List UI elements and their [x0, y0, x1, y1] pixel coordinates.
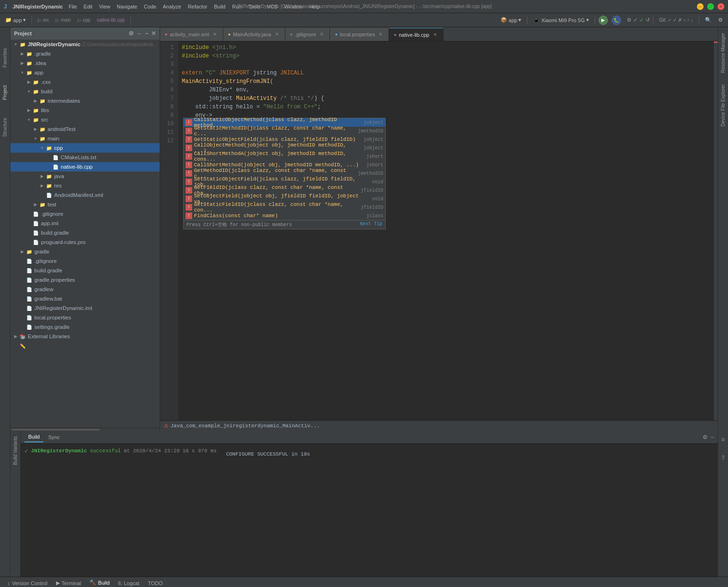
settings-button[interactable]: ⚙	[716, 16, 725, 24]
device-selector[interactable]: 📱 Xiaomi Mi9 Pro 5G ▾	[531, 16, 591, 24]
menu-build[interactable]: Build	[214, 4, 225, 9]
left-tab-favorites[interactable]: Favorites	[2, 46, 8, 69]
ac-method-label: GetStaticFieldID(jclass clazz, const cha…	[194, 202, 359, 213]
list-item[interactable]: ▶ 📁 .cxx	[10, 77, 160, 87]
sync-tab[interactable]: Sync	[44, 432, 63, 442]
list-item[interactable]: 📄 gradlew	[10, 285, 160, 294]
tab-close-4[interactable]: ✕	[377, 31, 384, 38]
list-item[interactable]: ▶ 📚 External Libraries	[10, 332, 160, 341]
menu-file[interactable]: File	[69, 4, 77, 9]
search-everywhere[interactable]: 🔍	[703, 16, 714, 24]
bottom-close-icon[interactable]: −	[711, 434, 714, 440]
tab-native-lib[interactable]: ● native-lib.cpp ✕	[389, 28, 443, 41]
panel-hide-icon[interactable]: ✕	[151, 30, 156, 37]
list-item[interactable]: ▶ 📁 java	[10, 171, 160, 181]
toolbar-icon-4[interactable]: ↺	[646, 17, 650, 23]
list-item[interactable]: 📄 proguard-rules.pro	[10, 237, 160, 247]
right-tab-resource[interactable]: Resource Manager	[720, 31, 726, 75]
list-item[interactable]: 📄 build.gradle	[10, 228, 160, 237]
list-item[interactable]: 📄 gradle.properties	[10, 275, 160, 285]
list-item[interactable]: 📄 CMakeLists.txt	[10, 153, 160, 162]
run-button[interactable]: ▶	[599, 16, 608, 25]
list-item[interactable]: ▶ 📁 test	[10, 200, 160, 209]
tab-gitignore[interactable]: ● .gitignore ✕	[285, 28, 331, 41]
list-item[interactable]: ▾ 📁 src	[10, 115, 160, 124]
panel-close-icon[interactable]: −	[145, 30, 148, 37]
build-duration: 18 s 978 ms	[183, 448, 217, 454]
configure-success-message: CONFIGURE SUCCESSFUL in 18s	[226, 449, 712, 459]
list-item[interactable]: 📄 gradlew.bat	[10, 294, 160, 303]
debug-button[interactable]: 🐛	[612, 16, 621, 25]
tab-close-3[interactable]: ✕	[318, 31, 325, 38]
list-item[interactable]: 📄 local.properties	[10, 313, 160, 322]
autocomplete-item[interactable]: ! GetStaticFieldID(jclass clazz, const c…	[184, 203, 385, 212]
tab-local-properties[interactable]: ● local.properties ✕	[330, 28, 389, 41]
tab-mainactivity[interactable]: ● MainActivity.java ✕	[223, 28, 285, 41]
list-item[interactable]: ▶ 📁 res	[10, 181, 160, 190]
list-item[interactable]: ▾ 📁 app	[10, 68, 160, 77]
right-tab-device[interactable]: Device File Explorer	[720, 82, 726, 128]
list-item[interactable]: ▾ 📁 build	[10, 87, 160, 96]
toolbar-icon-2[interactable]: ✓	[633, 17, 638, 23]
list-item[interactable]: 📄 build.gradle	[10, 266, 160, 275]
menu-navigate[interactable]: Navigate	[117, 4, 137, 9]
app-config[interactable]: 📦 app ▾	[498, 16, 524, 24]
autocomplete-item[interactable]: ! CallShortMethodA(jobject obj, jmethodI…	[184, 152, 385, 161]
ac-next-tip[interactable]: Next Tip	[360, 221, 382, 228]
project-selector[interactable]: 📁 app ▾	[3, 16, 28, 24]
list-item[interactable]: ▶ 📁 libs	[10, 106, 160, 115]
close-button[interactable]: ✕	[718, 3, 724, 10]
list-item[interactable]: 📄 settings.gradle	[10, 322, 160, 332]
menu-view[interactable]: View	[99, 4, 110, 9]
menu-analyze[interactable]: Analyze	[163, 4, 181, 9]
list-item[interactable]: 📄 app.iml	[10, 219, 160, 228]
tab-close-5[interactable]: ✕	[432, 32, 438, 38]
tree-root[interactable]: ▾ 📁 JNIRegisterDynamic C:\Users\asura\so…	[10, 40, 160, 49]
build-tab[interactable]: Build	[24, 432, 43, 442]
tab-close-2[interactable]: ✕	[274, 31, 280, 38]
list-item[interactable]: ▶ 📁 .idea	[10, 58, 160, 68]
list-item[interactable]: ▶ 📁 androidTest	[10, 124, 160, 134]
panel-expand-icon[interactable]: ↔	[137, 30, 142, 37]
list-item[interactable]: ▶ 📁 intermediates	[10, 96, 160, 106]
maximize-button[interactable]: □	[707, 3, 714, 10]
build-bottom-tab[interactable]: 🔨 Build	[86, 578, 113, 587]
left-tab-structure[interactable]: Structure	[2, 116, 8, 139]
panel-settings-icon[interactable]: ⚙	[129, 30, 134, 37]
autocomplete-item[interactable]: ! FindClass(const char* name) jclass	[184, 212, 385, 220]
tab-close-1[interactable]: ✕	[211, 31, 218, 38]
terminal-tab[interactable]: ▶ Terminal	[52, 578, 85, 587]
menu-code[interactable]: Code	[144, 4, 156, 9]
toolbar-icon-3[interactable]: ✓	[639, 17, 644, 23]
menu-edit[interactable]: Edit	[83, 4, 92, 9]
list-item[interactable]: 📄 .gitignore	[10, 209, 160, 219]
left-tab-project[interactable]: Project	[2, 83, 8, 102]
list-item[interactable]: ▶ 📁 gradle	[10, 247, 160, 256]
minimize-button[interactable]: ─	[697, 3, 704, 10]
build-variants-tab[interactable]: Build Variants	[13, 434, 18, 467]
list-item[interactable]: 📄 .gitignore	[10, 256, 160, 266]
list-item[interactable]: 📄 AndroidManifest.xml	[10, 190, 160, 200]
list-item[interactable]: ▾ 📁 cpp	[10, 143, 160, 153]
version-control-tab[interactable]: ↕ Version Control	[4, 578, 51, 587]
list-item[interactable]: 📄 JNIRegisterDynamic.iml	[10, 303, 160, 313]
build-tab-label: Build	[28, 434, 40, 440]
menu-refactor[interactable]: Refactor	[188, 4, 208, 9]
list-item[interactable]: 📄 native-lib.cpp	[10, 162, 160, 171]
project-panel-header: Project ⚙ ↔ − ✕	[10, 27, 160, 40]
scratches-and-consoles[interactable]: ✏️	[10, 341, 160, 351]
bottom-settings-icon[interactable]: ⚙	[703, 434, 708, 440]
gradle-folder-icon: 📁	[25, 50, 33, 57]
ac-error-icon: !	[186, 153, 192, 160]
bottom-right-icon-1[interactable]: ≡	[721, 434, 725, 445]
tab-activity-main[interactable]: ● activity_main.xml ✕	[160, 28, 223, 41]
list-item[interactable]: ▶ 📁 .gradle	[10, 49, 160, 58]
toolbar-icon-1[interactable]: ⚙	[627, 17, 631, 23]
code-content[interactable]: #include <jni.h> #include <string> exter…	[178, 41, 718, 420]
bottom-right-icon-2[interactable]: ⇧	[721, 452, 726, 463]
list-item[interactable]: ▾ 📁 main	[10, 134, 160, 143]
todo-tab[interactable]: TODO	[144, 578, 167, 587]
logcat-tab[interactable]: 6: Logcat	[114, 578, 143, 587]
code-editor[interactable]: 1234 5678 9101112 #include <jni.h> #incl…	[160, 41, 718, 420]
autocomplete-item[interactable]: ! GetStaticMethodID(jclass clazz, const …	[184, 127, 385, 135]
